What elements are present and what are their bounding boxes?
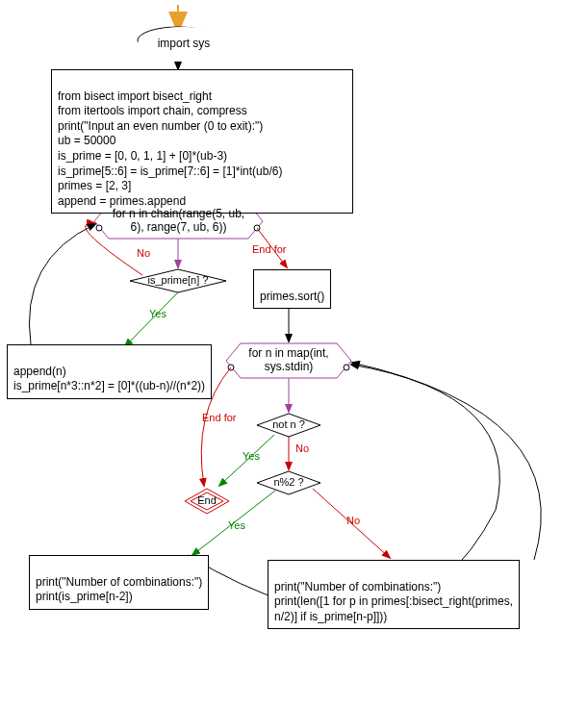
end-node: End [192, 494, 221, 506]
sort-text: primes.sort() [260, 290, 324, 303]
start-label: import sys [158, 37, 211, 52]
label-no-3: No [346, 515, 360, 526]
label-no-2: No [295, 442, 309, 454]
loop2-hex: for n in map(int, sys.stdin) [241, 346, 337, 374]
loop1-text: for n in chain(range(5, ub, 6), range(7,… [113, 207, 244, 234]
label-endfor-2: End for [202, 412, 236, 423]
not-n-text: not n ? [272, 418, 305, 430]
start-node: import sys [138, 27, 230, 62]
nmod2-text: n%2 ? [273, 476, 303, 488]
not-n-diamond: not n ? [268, 418, 309, 430]
loop2-text: for n in map(int, sys.stdin) [248, 346, 328, 373]
init-text: from bisect import bisect_right from ite… [58, 89, 282, 208]
append-block: append(n) is_prime[n*3::n*2] = [0]*((ub-… [7, 344, 212, 399]
label-endfor-1: End for [252, 243, 286, 255]
print-left-block: print("Number of combinations:") print(i… [29, 555, 209, 610]
svg-line-15 [125, 292, 178, 346]
svg-point-18 [228, 365, 234, 370]
svg-point-11 [254, 225, 260, 231]
label-yes-1: Yes [149, 308, 166, 319]
print-left-text: print("Number of combinations:") print(i… [36, 575, 202, 604]
print-right-block: print("Number of combinations:") print(l… [268, 560, 520, 629]
svg-point-19 [344, 365, 349, 370]
sort-block: primes.sort() [253, 269, 331, 309]
init-block: from bisect import bisect_right from ite… [51, 69, 353, 214]
nmod2-diamond: n%2 ? [268, 476, 309, 488]
svg-point-10 [96, 225, 102, 231]
label-no-1: No [137, 247, 150, 259]
label-yes-2: Yes [243, 450, 260, 462]
print-right-text: print("Number of combinations:") print(l… [274, 580, 513, 623]
end-text: End [197, 494, 217, 506]
is-prime-diamond: is_prime[n] ? [142, 274, 214, 286]
label-yes-3: Yes [228, 519, 245, 531]
is-prime-text: is_prime[n] ? [148, 274, 209, 286]
append-text: append(n) is_prime[n*3::n*2] = [0]*((ub-… [13, 365, 205, 393]
loop1-hex: for n in chain(range(5, ub, 6), range(7,… [109, 207, 248, 235]
